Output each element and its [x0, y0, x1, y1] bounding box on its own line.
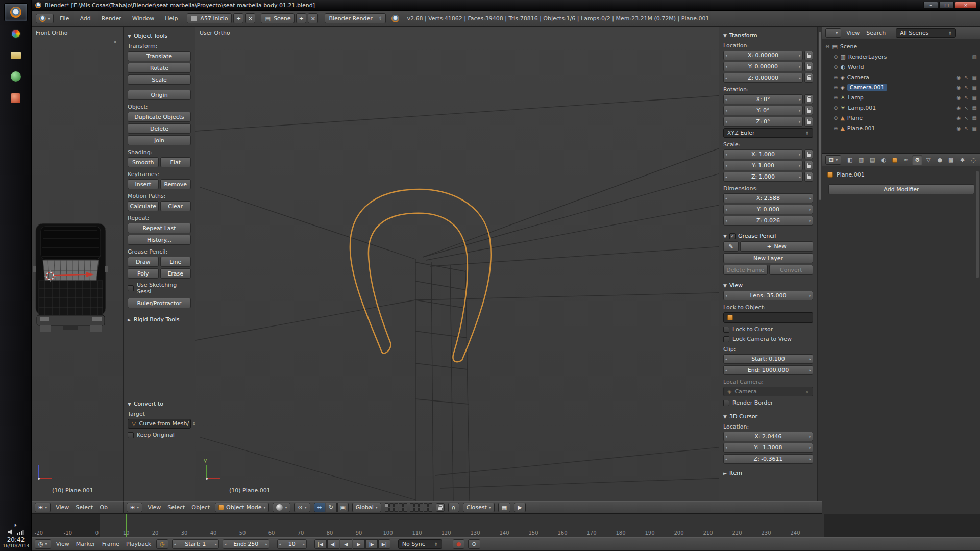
panel-open-icon[interactable]: ▼: [723, 414, 727, 419]
add-modifier-button[interactable]: Add Modifier: [828, 184, 974, 194]
use-sketching-sessions-checkbox[interactable]: [128, 285, 134, 291]
previous-keyframe-button[interactable]: ◀|: [327, 539, 339, 549]
flat-button[interactable]: Flat: [160, 157, 191, 167]
selectability-icon[interactable]: ↖: [964, 105, 968, 111]
selectability-icon[interactable]: ↖: [964, 85, 968, 90]
menu-search[interactable]: Search: [865, 30, 887, 36]
pivot-center-dropdown[interactable]: ⊙ ▾: [294, 503, 310, 512]
gp-convert-button[interactable]: Convert: [769, 265, 814, 275]
layer-toggle[interactable]: [414, 508, 419, 512]
opengl-render-anim-button[interactable]: ▶: [514, 503, 525, 512]
smooth-button[interactable]: Smooth: [128, 157, 159, 167]
layer-toggle[interactable]: [394, 508, 398, 512]
maximize-button[interactable]: ▢: [939, 2, 954, 9]
panel-title-rigid-body-tools[interactable]: Rigid Body Tools: [134, 316, 180, 323]
tab-particles[interactable]: ✱: [957, 155, 967, 165]
tab-world[interactable]: ◐: [878, 155, 889, 165]
visibility-icon[interactable]: ◉: [956, 105, 961, 111]
layer-toggle[interactable]: [389, 503, 394, 507]
layer-toggle[interactable]: [389, 508, 394, 512]
editor-type-button[interactable]: ◷ ▾: [35, 539, 51, 549]
taskbar-blender-button[interactable]: [4, 3, 28, 21]
translate-button[interactable]: Translate: [128, 51, 191, 61]
sync-mode-dropdown[interactable]: No Sync ⇕: [398, 539, 442, 549]
outliner-item-world[interactable]: ⊕ ◐ World: [822, 62, 980, 72]
duplicate-objects-button[interactable]: Duplicate Objects: [128, 112, 191, 122]
tab-render-layers[interactable]: ▥: [856, 155, 866, 165]
taskbar-app-button-4[interactable]: [4, 89, 28, 107]
rotation-z-field[interactable]: Z: 0°: [723, 117, 803, 127]
menu-playback[interactable]: Playback: [125, 541, 153, 547]
transform-orientation-dropdown[interactable]: Global ▾: [352, 503, 381, 512]
delete-scene-button[interactable]: ×: [308, 13, 318, 23]
lock-location-x-button[interactable]: [804, 51, 813, 60]
editor-type-button[interactable]: ⊞ ▾: [127, 503, 142, 512]
menu-view[interactable]: View: [845, 30, 861, 36]
gp-draw-button[interactable]: Draw: [128, 257, 159, 267]
scene-lock-button[interactable]: [436, 503, 445, 512]
gp-poly-button[interactable]: Poly: [128, 268, 159, 279]
render-engine-dropdown[interactable]: Blender Render ⇕: [325, 13, 386, 23]
menu-select[interactable]: Select: [166, 504, 186, 511]
renderability-icon[interactable]: ▦: [972, 115, 977, 121]
layer-toggle[interactable]: [414, 503, 419, 507]
layer-toggle[interactable]: [424, 503, 428, 507]
manipulator-rotate-button[interactable]: ↻: [326, 503, 337, 512]
taskbar-app-button-2[interactable]: [4, 46, 28, 64]
editor-type-button[interactable]: ≡ ▾: [825, 28, 841, 38]
tab-physics[interactable]: ◌: [968, 155, 978, 165]
menu-object[interactable]: Ob: [98, 504, 109, 511]
calculate-paths-button[interactable]: Calculate: [128, 201, 159, 211]
panel-3d-cursor-title[interactable]: 3D Cursor: [729, 413, 757, 420]
panel-closed-icon[interactable]: ►: [128, 317, 131, 322]
visibility-icon[interactable]: ◉: [956, 85, 961, 90]
join-button[interactable]: Join: [128, 135, 191, 145]
hidden-icons-arrow[interactable]: ▸: [0, 522, 32, 528]
renderability-icon[interactable]: ▦: [972, 126, 977, 131]
outliner-item-renderlayers[interactable]: ⊕ ▥ RenderLayers ▥: [822, 52, 980, 62]
layer-toggle[interactable]: [399, 508, 403, 512]
layer-toggle[interactable]: [385, 503, 389, 507]
menu-window[interactable]: Window: [128, 15, 159, 22]
cursor-x-field[interactable]: X: 2.0446: [723, 432, 813, 441]
jump-to-start-button[interactable]: |◀: [314, 539, 327, 549]
location-x-field[interactable]: X: 0.00000: [723, 51, 803, 60]
expand-icon[interactable]: ⊕: [834, 126, 838, 131]
outliner-item-camera-001[interactable]: ⊕ ◈ Camera.001 ◉ ↖ ▦: [822, 82, 980, 92]
panel-title-object-tools[interactable]: Object Tools: [134, 33, 167, 39]
region-expand-icon[interactable]: ◂: [113, 39, 116, 44]
tab-texture[interactable]: ▩: [946, 155, 956, 165]
outliner-display-dropdown[interactable]: All Scenes ⇕: [896, 28, 956, 38]
delete-button[interactable]: Delete: [128, 123, 191, 134]
menu-add[interactable]: Add: [75, 15, 95, 22]
gp-draw-mode-button[interactable]: ✎: [723, 241, 739, 252]
dimension-z-field[interactable]: Z: 0.026: [723, 216, 813, 226]
clock-time[interactable]: 20:42: [0, 536, 32, 543]
ruler-protractor-button[interactable]: Ruler/Protractor: [128, 298, 191, 308]
layer-toggle[interactable]: [410, 503, 414, 507]
visibility-icon[interactable]: ◉: [956, 126, 961, 131]
outliner-item-lamp[interactable]: ⊕ ☀ Lamp ◉ ↖ ▦: [822, 92, 980, 103]
panel-open-icon[interactable]: ▼: [723, 33, 727, 38]
renderability-icon[interactable]: ▦: [972, 74, 977, 80]
outliner-item-plane[interactable]: ⊕ ▲ Plane ◉ ↖ ▦: [822, 113, 980, 123]
layer-toggle[interactable]: [403, 508, 407, 512]
convert-target-dropdown[interactable]: ▽ Curve from Mesh/ ⇕: [128, 419, 191, 429]
minimize-button[interactable]: –: [923, 2, 938, 9]
keep-original-checkbox[interactable]: [128, 432, 134, 438]
layer-toggle[interactable]: [428, 508, 432, 512]
timeline[interactable]: -20 -10 0 10 20 30 40 50 60 70 80 90 100…: [32, 514, 980, 537]
jump-to-end-button[interactable]: ▶|: [378, 539, 390, 549]
delete-layout-button[interactable]: ×: [245, 13, 255, 23]
renderability-icon[interactable]: ▦: [972, 95, 977, 101]
layers-widget[interactable]: [385, 503, 432, 512]
start-frame-field[interactable]: Start: 1: [172, 539, 219, 549]
scale-button[interactable]: Scale: [128, 74, 191, 85]
current-frame-playhead[interactable]: [126, 514, 127, 537]
expand-icon[interactable]: ⊕: [834, 64, 838, 70]
tab-render[interactable]: ◧: [845, 155, 855, 165]
layer-toggle[interactable]: [428, 503, 432, 507]
repeat-last-button[interactable]: Repeat Last: [128, 223, 191, 233]
outliner-item-camera[interactable]: ⊕ ◈ Camera ◉ ↖ ▦: [822, 72, 980, 82]
tab-constraints[interactable]: ∞: [901, 155, 911, 165]
